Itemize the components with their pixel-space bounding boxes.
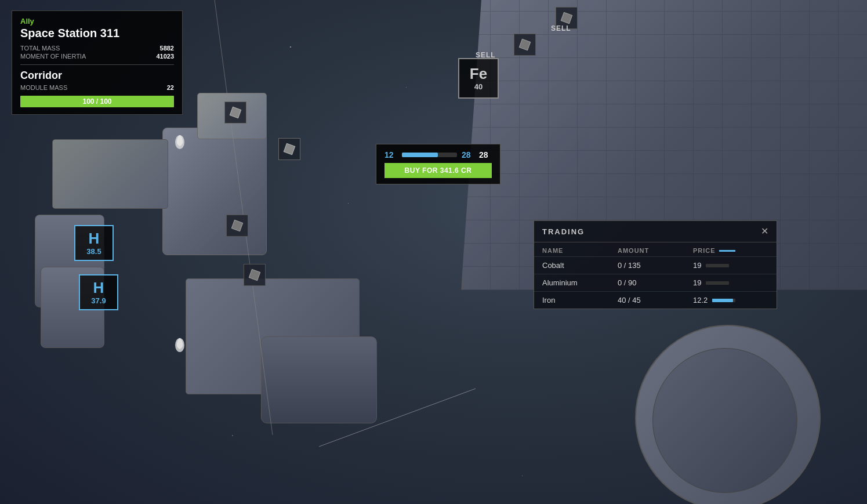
module-mass-label: MODULE MASS xyxy=(20,84,67,91)
trade-widget: 12 28 28 BUY FOR 341.6 CR xyxy=(376,144,500,184)
cobalt-name: Cobalt xyxy=(542,261,618,270)
cobalt-price-cell: 19 xyxy=(693,261,768,270)
fe-symbol: Fe xyxy=(470,66,487,82)
iron-amount: 40 / 45 xyxy=(618,296,693,304)
trading-row-aluminium[interactable]: Aluminium 0 / 90 19 xyxy=(534,274,777,291)
module-mass-row: MODULE MASS 22 xyxy=(20,84,174,91)
total-mass-row: TOTAL MASS 5882 xyxy=(20,45,174,52)
buy-button[interactable]: BUY FOR 341.6 CR xyxy=(384,163,492,178)
trading-panel: TRADING ✕ NAME AMOUNT PRICE Cobalt 0 / 1… xyxy=(534,220,777,309)
total-mass-label: TOTAL MASS xyxy=(20,45,60,52)
trade-val-mid: 28 xyxy=(462,150,474,159)
trade-slider-row: 12 28 28 xyxy=(384,150,492,159)
station-name: Space Station 311 xyxy=(20,27,174,40)
trading-row-iron[interactable]: Iron 40 / 45 12.2 xyxy=(534,291,777,309)
trading-columns: NAME AMOUNT PRICE xyxy=(534,242,777,256)
iron-bar-fill xyxy=(712,299,732,302)
health-bar: 100 / 100 xyxy=(20,96,174,107)
iron-bar xyxy=(712,299,735,302)
ally-label: Ally xyxy=(20,17,174,26)
h1-symbol: H xyxy=(89,230,100,247)
moment-row: MOMENT OF INERTIA 41023 xyxy=(20,53,174,60)
h2-number: 37.9 xyxy=(91,296,106,305)
station-info-panel: Ally Space Station 311 TOTAL MASS 5882 M… xyxy=(12,10,183,115)
aluminium-amount: 0 / 90 xyxy=(618,278,693,287)
trading-title: TRADING xyxy=(542,227,585,236)
trade-slider-fill xyxy=(402,153,438,157)
h2-element-badge[interactable]: H 37.9 xyxy=(79,274,118,310)
module-mass-value: 22 xyxy=(167,84,174,91)
price-underline xyxy=(719,250,735,252)
aluminium-bar xyxy=(706,281,729,285)
col-name: NAME xyxy=(542,247,618,254)
aluminium-name: Aluminium xyxy=(542,278,618,287)
iron-price: 12.2 xyxy=(693,296,708,304)
trading-row-cobalt[interactable]: Cobalt 0 / 135 19 xyxy=(534,256,777,274)
fe-element-badge[interactable]: Fe 40 xyxy=(458,58,499,99)
iron-price-cell: 12.2 xyxy=(693,296,768,304)
col-price: PRICE xyxy=(693,247,768,254)
h1-number: 38.5 xyxy=(86,247,101,256)
aluminium-price: 19 xyxy=(693,278,701,287)
h2-symbol: H xyxy=(93,280,104,296)
trading-header: TRADING ✕ xyxy=(534,221,777,242)
iron-name: Iron xyxy=(542,296,618,304)
module-name: Corridor xyxy=(20,70,174,82)
health-value: 100 / 100 xyxy=(82,97,111,106)
trade-slider-track[interactable] xyxy=(402,153,457,157)
total-mass-value: 5882 xyxy=(160,45,174,52)
fe-number: 40 xyxy=(474,82,483,91)
cobalt-price: 19 xyxy=(693,261,701,270)
col-amount: AMOUNT xyxy=(618,247,693,254)
aluminium-price-cell: 19 xyxy=(693,278,768,287)
h1-element-badge[interactable]: H 38.5 xyxy=(74,225,114,261)
moment-value: 41023 xyxy=(156,53,174,60)
sell-label-2[interactable]: SELL xyxy=(551,24,571,32)
cobalt-bar xyxy=(706,264,729,267)
cobalt-amount: 0 / 135 xyxy=(618,261,693,270)
moment-label: MOMENT OF INERTIA xyxy=(20,53,86,60)
trade-val-left: 12 xyxy=(384,150,397,159)
panel-divider xyxy=(20,64,174,65)
trade-val-right: 28 xyxy=(479,150,492,159)
trading-close-button[interactable]: ✕ xyxy=(761,227,768,236)
